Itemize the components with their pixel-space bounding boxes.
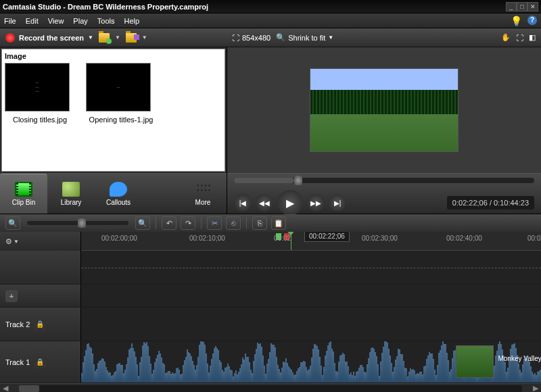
bin-item-label: Closing titles.jpg	[5, 116, 75, 124]
timeline-settings-button[interactable]: ⚙ ▼	[5, 237, 19, 246]
track-2-content[interactable]	[81, 308, 541, 341]
preview-image	[310, 68, 458, 152]
clip-label: Monkey Valley Video.m	[498, 355, 541, 362]
bin-item[interactable]: ········· Closing titles.jpg	[5, 63, 75, 124]
library-icon	[62, 182, 80, 197]
lock-icon[interactable]: 🔒	[34, 356, 46, 368]
track-label: Track 1	[5, 358, 30, 366]
callouts-icon	[110, 182, 127, 197]
tab-callouts[interactable]: Callouts	[95, 174, 142, 214]
record-label: Record the screen	[19, 34, 84, 42]
scroll-right-icon[interactable]: ▶	[532, 384, 540, 392]
playhead[interactable]	[291, 232, 291, 251]
left-panel: Image ········· Closing titles.jpg ··· O…	[0, 47, 227, 214]
bin-header: Image	[5, 52, 222, 60]
bin-item[interactable]: ··· Opening titles-1.jpg	[86, 63, 156, 124]
fullscreen-button[interactable]: ⛶	[516, 33, 523, 42]
zoom-dropdown[interactable]: 🔍 Shrink to fit ▼	[276, 33, 333, 42]
track-empty[interactable]	[81, 285, 541, 307]
split-button[interactable]: ⎋	[226, 216, 241, 230]
zoom-in-button[interactable]: 🔍	[135, 216, 150, 230]
zoom-slider[interactable]	[27, 221, 128, 225]
more-icon	[194, 182, 212, 197]
playhead-timecode: 00:02:22;06	[304, 232, 350, 242]
prev-button[interactable]: |◀	[234, 194, 252, 212]
detach-button[interactable]: ◧	[529, 33, 536, 42]
timeline-ruler[interactable]: 00:02:00;00 00:02:10;00 00:02 00:02:30;0…	[81, 232, 541, 251]
window-title: Camtasia Studio - Dream BC Wilderness Pr…	[3, 3, 506, 11]
menu-edit[interactable]: Edit	[26, 17, 39, 25]
menu-file[interactable]: File	[4, 17, 16, 25]
import-wizard-button[interactable]	[126, 33, 137, 43]
close-button[interactable]: ✕	[527, 2, 538, 11]
cut-button[interactable]: ✂	[207, 216, 222, 230]
forward-button[interactable]: ▶▶	[307, 194, 325, 212]
clip-bin-icon	[15, 182, 32, 197]
thumbnail: ···	[86, 63, 151, 112]
dimensions-button[interactable]: ⛶ 854x480	[232, 34, 270, 42]
preview-canvas[interactable]	[227, 47, 541, 173]
help-icon[interactable]: ?	[527, 16, 537, 25]
zoom-out-button[interactable]: 🔍	[5, 216, 20, 230]
scroll-thumb[interactable]	[19, 385, 39, 392]
chevron-down-icon: ▼	[88, 34, 93, 41]
maximize-button[interactable]: □	[517, 2, 527, 11]
menu-tools[interactable]: Tools	[97, 17, 115, 25]
scrubber-handle[interactable]	[294, 176, 302, 185]
bin-item-label: Opening titles-1.jpg	[86, 116, 156, 124]
chevron-down-icon[interactable]: ▼	[115, 34, 120, 41]
import-media-button[interactable]	[99, 33, 110, 43]
tips-icon[interactable]: 💡	[511, 16, 522, 26]
record-icon	[5, 33, 15, 43]
clip-bin: Image ········· Closing titles.jpg ··· O…	[1, 49, 225, 172]
add-track-button[interactable]: +	[5, 290, 18, 302]
title-bar: Camtasia Studio - Dream BC Wilderness Pr…	[0, 0, 541, 14]
tab-library[interactable]: Library	[47, 174, 95, 214]
scroll-left-icon[interactable]: ◀	[1, 384, 9, 392]
tab-clip-bin[interactable]: Clip Bin	[0, 174, 47, 214]
thumbnail: ·········	[5, 63, 70, 112]
menu-view[interactable]: View	[48, 17, 64, 25]
paste-button[interactable]: 📋	[271, 216, 286, 230]
timeline: 🔍 🔍 ↶ ↷ ✂ ⎋ ⎘ 📋 ⚙ ▼ 00:02:00;00 00:02:10…	[0, 214, 541, 392]
undo-button[interactable]: ↶	[162, 216, 177, 230]
next-button[interactable]: ▶|	[329, 194, 346, 212]
panel-tabs: Clip Bin Library Callouts More	[0, 173, 227, 214]
track-label: Track 2	[5, 320, 30, 328]
rewind-button[interactable]: ◀◀	[256, 194, 273, 212]
menu-play[interactable]: Play	[73, 17, 87, 25]
time-display: 0:02:22;06 / 0:10:44:23	[447, 196, 534, 210]
record-button[interactable]: Record the screen ▼	[5, 33, 93, 43]
tab-more[interactable]: More	[179, 174, 227, 214]
preview-panel: |◀ ◀◀ ▶ ▶▶ ▶| 0:02:22;06 / 0:10:44:23	[227, 47, 541, 214]
chevron-down-icon[interactable]: ▼	[142, 34, 147, 41]
playback-scrubber[interactable]	[234, 178, 534, 183]
clip-thumbnail[interactable]	[456, 345, 494, 378]
menu-help[interactable]: Help	[124, 17, 139, 25]
play-button[interactable]: ▶	[277, 190, 303, 216]
track-spacer	[81, 251, 541, 284]
copy-button[interactable]: ⎘	[252, 216, 267, 230]
track-1-content[interactable]: Monkey Valley Video.m	[81, 341, 541, 383]
minimize-button[interactable]: _	[506, 2, 517, 11]
pan-button[interactable]: ✋	[501, 33, 511, 42]
menu-bar: File Edit View Play Tools Help 💡 ?	[0, 14, 541, 28]
timeline-scrollbar[interactable]: ◀ ▶	[0, 383, 541, 392]
lock-icon[interactable]: 🔒	[34, 318, 46, 330]
redo-button[interactable]: ↷	[181, 216, 195, 230]
